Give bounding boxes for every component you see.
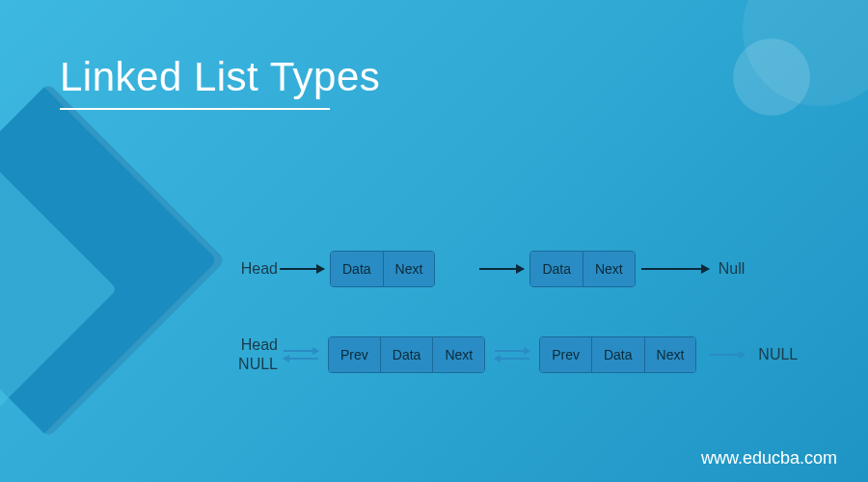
- node-cell-next: Next: [645, 337, 696, 372]
- node-cell-data: Data: [331, 252, 384, 286]
- doubly-null-right-label: NULL: [758, 346, 798, 363]
- bg-circle-small: [733, 39, 810, 116]
- arrow-right-icon: [479, 268, 524, 270]
- singly-null-label: Null: [719, 260, 746, 278]
- doubly-node: Prev Data Next: [539, 336, 696, 373]
- doubly-linked-list-row: Head NULL Prev Data Next Prev Data Next …: [231, 335, 829, 374]
- node-cell-prev: Prev: [329, 337, 381, 372]
- node-cell-next: Next: [433, 337, 484, 372]
- footer-url: www.educba.com: [701, 448, 837, 469]
- node-cell-data: Data: [381, 337, 434, 372]
- node-cell-data: Data: [530, 252, 583, 286]
- node-cell-data: Data: [592, 337, 645, 372]
- double-arrow-icon: [284, 350, 318, 360]
- diagram-container: Head Data Next Data Next Null Head NULL …: [231, 251, 829, 422]
- singly-node: Data Next: [330, 251, 435, 287]
- node-cell-next: Next: [583, 252, 635, 286]
- doubly-null-left-label: NULL: [231, 355, 278, 374]
- arrow-right-icon: [710, 354, 745, 356]
- double-arrow-icon: [495, 350, 529, 360]
- node-cell-next: Next: [384, 252, 435, 286]
- singly-head-label: Head: [231, 260, 278, 278]
- arrow-right-icon: [641, 268, 709, 270]
- node-cell-prev: Prev: [540, 337, 592, 372]
- page-title: Linked List Types: [60, 54, 380, 100]
- singly-node: Data Next: [529, 251, 635, 287]
- doubly-node: Prev Data Next: [328, 336, 485, 373]
- singly-linked-list-row: Head Data Next Data Next Null: [231, 251, 829, 287]
- doubly-head-label: Head: [231, 335, 278, 355]
- arrow-right-icon: [280, 268, 324, 270]
- title-underline: [60, 108, 330, 110]
